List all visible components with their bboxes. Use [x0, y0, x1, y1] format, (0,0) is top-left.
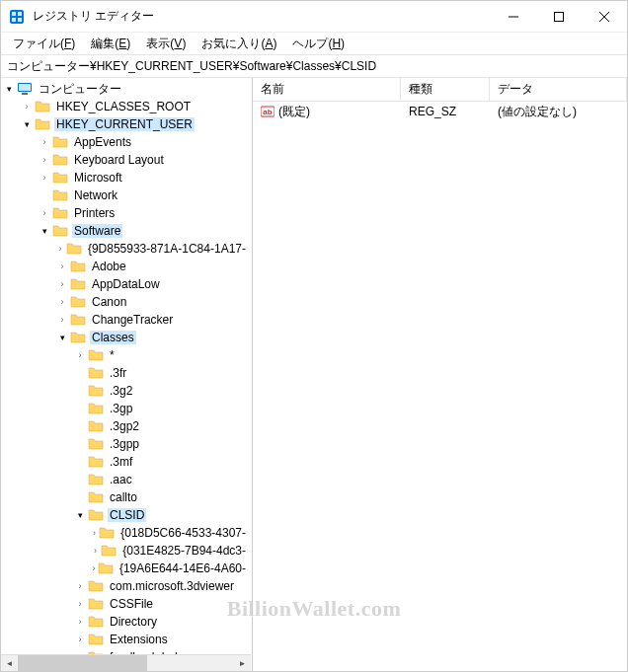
tree-node-3gpp[interactable]: .3gpp	[1, 435, 252, 453]
chevron-right-icon[interactable]: ›	[54, 259, 70, 274]
chevron-right-icon[interactable]: ›	[37, 134, 52, 150]
chevron-right-icon[interactable]: ›	[19, 99, 35, 114]
node-label: コンピューター	[37, 81, 123, 98]
tree-node-clsid2[interactable]: ›{031E4825-7B94-4dc3-	[1, 542, 252, 560]
folder-icon	[70, 330, 86, 345]
chevron-right-icon[interactable]	[72, 489, 88, 505]
tree-node-3gp[interactable]: .3gp	[1, 400, 252, 417]
folder-icon	[88, 632, 104, 647]
chevron-down-icon[interactable]: ▾	[37, 223, 52, 239]
tree-node-changetracker[interactable]: ›ChangeTracker	[1, 311, 252, 329]
folder-icon	[88, 347, 104, 363]
chevron-down-icon[interactable]: ▾	[1, 81, 17, 97]
tree-node-clsid[interactable]: ▾CLSID	[1, 506, 252, 524]
chevron-right-icon[interactable]: ›	[72, 596, 88, 612]
tree-node-callto[interactable]: callto	[1, 488, 252, 506]
tree-node-guid1[interactable]: ›{9D855933-871A-1C84-1A17-	[1, 240, 252, 258]
maximize-button[interactable]	[536, 2, 582, 32]
col-type[interactable]: 種類	[401, 78, 490, 101]
chevron-right-icon[interactable]	[72, 436, 88, 452]
scroll-track[interactable]	[18, 655, 234, 671]
scroll-right-button[interactable]: ►	[234, 655, 251, 671]
menu-file[interactable]: ファイル(F)	[5, 34, 83, 54]
node-label: .3gpp	[108, 437, 141, 451]
computer-icon	[17, 81, 33, 97]
folder-icon	[88, 614, 104, 630]
tree-node-aac[interactable]: .aac	[1, 471, 252, 488]
tree-panel[interactable]: ▾ コンピューター › HKEY_CLASSES_ROOT ▾ HKEY_CUR…	[1, 78, 253, 671]
tree-node-microsoft[interactable]: ›Microsoft	[1, 169, 252, 187]
chevron-right-icon[interactable]: ›	[72, 632, 88, 647]
menu-help[interactable]: ヘルプ(H)	[284, 34, 353, 54]
scroll-thumb[interactable]	[18, 655, 147, 671]
chevron-right-icon[interactable]: ›	[90, 560, 98, 576]
node-label: {19A6E644-14E6-4A60-	[118, 561, 248, 575]
chevron-right-icon[interactable]: ›	[37, 170, 52, 186]
chevron-right-icon[interactable]: ›	[72, 578, 88, 594]
tree-node-3mf[interactable]: .3mf	[1, 453, 252, 471]
chevron-down-icon[interactable]: ▾	[19, 116, 35, 132]
chevron-right-icon[interactable]: ›	[37, 152, 52, 168]
col-name[interactable]: 名前	[253, 78, 401, 101]
tree-node-directory[interactable]: ›Directory	[1, 613, 252, 631]
chevron-right-icon[interactable]	[37, 187, 52, 203]
tree-node-classes[interactable]: ▾Classes	[1, 329, 252, 346]
chevron-right-icon[interactable]: ›	[54, 312, 70, 328]
cell-name: ab (既定)	[253, 104, 401, 120]
chevron-right-icon[interactable]	[72, 365, 88, 381]
tree-node-printers[interactable]: ›Printers	[1, 204, 252, 222]
chevron-right-icon[interactable]: ›	[90, 525, 99, 541]
chevron-right-icon[interactable]: ›	[72, 614, 88, 630]
tree-node-hkcu[interactable]: ▾ HKEY_CURRENT_USER	[1, 115, 252, 133]
tree-node-com3dviewer[interactable]: ›com.microsoft.3dviewer	[1, 577, 252, 595]
chevron-right-icon[interactable]: ›	[72, 347, 88, 363]
scroll-left-button[interactable]: ◄	[1, 655, 18, 671]
chevron-right-icon[interactable]	[72, 418, 88, 434]
list-panel[interactable]: 名前 種類 データ ab (既定) REG_SZ (値の設定なし)	[253, 78, 627, 671]
chevron-right-icon[interactable]	[72, 472, 88, 487]
tree-node-extensions[interactable]: ›Extensions	[1, 631, 252, 648]
tree-node-appevents[interactable]: ›AppEvents	[1, 133, 252, 151]
folder-icon	[52, 152, 68, 168]
main-area: ▾ コンピューター › HKEY_CLASSES_ROOT ▾ HKEY_CUR…	[1, 78, 627, 671]
minimize-button[interactable]	[491, 2, 536, 32]
tree-node-3gp2[interactable]: .3gp2	[1, 417, 252, 435]
chevron-right-icon[interactable]	[72, 401, 88, 416]
chevron-down-icon[interactable]: ▾	[54, 330, 70, 345]
chevron-right-icon[interactable]	[72, 454, 88, 470]
tree-node-hkcr[interactable]: › HKEY_CLASSES_ROOT	[1, 98, 252, 115]
tree-node-cssfile[interactable]: ›CSSFile	[1, 595, 252, 613]
node-label: .3gp2	[108, 419, 141, 433]
tree-node-keyboard[interactable]: ›Keyboard Layout	[1, 151, 252, 169]
menu-view[interactable]: 表示(V)	[138, 34, 194, 54]
menu-fav[interactable]: お気に入り(A)	[194, 34, 284, 54]
regedit-icon	[9, 9, 25, 25]
tree-node-clsid1[interactable]: ›{018D5C66-4533-4307-	[1, 524, 252, 542]
tree-node-3g2[interactable]: .3g2	[1, 382, 252, 400]
chevron-right-icon[interactable]: ›	[54, 241, 66, 257]
chevron-down-icon[interactable]: ▾	[72, 507, 88, 523]
col-data[interactable]: データ	[490, 78, 627, 101]
address-bar[interactable]: コンピューター¥HKEY_CURRENT_USER¥Software¥Class…	[1, 54, 627, 78]
tree-node-clsid3[interactable]: ›{19A6E644-14E6-4A60-	[1, 560, 252, 577]
chevron-right-icon[interactable]: ›	[90, 543, 101, 559]
folder-icon	[35, 99, 50, 114]
tree-node-software[interactable]: ▾Software	[1, 222, 252, 240]
list-row[interactable]: ab (既定) REG_SZ (値の設定なし)	[253, 102, 627, 121]
tree-node-appdatalow[interactable]: ›AppDataLow	[1, 275, 252, 293]
chevron-right-icon[interactable]: ›	[37, 205, 52, 221]
tree-node-adobe[interactable]: ›Adobe	[1, 258, 252, 275]
tree-node-canon[interactable]: ›Canon	[1, 293, 252, 311]
chevron-right-icon[interactable]: ›	[54, 276, 70, 292]
tree-node-3fr[interactable]: .3fr	[1, 364, 252, 382]
tree-node-network[interactable]: Network	[1, 187, 252, 204]
tree-node-computer[interactable]: ▾ コンピューター	[1, 80, 252, 98]
menu-edit[interactable]: 編集(E)	[83, 34, 138, 54]
cell-data: (値の設定なし)	[490, 104, 627, 120]
horizontal-scrollbar[interactable]: ◄ ►	[1, 654, 251, 671]
chevron-right-icon[interactable]: ›	[54, 294, 70, 310]
chevron-right-icon[interactable]	[72, 383, 88, 399]
node-label: AppEvents	[72, 135, 133, 149]
tree-node-star[interactable]: ›*	[1, 346, 252, 364]
close-button[interactable]	[582, 2, 627, 32]
